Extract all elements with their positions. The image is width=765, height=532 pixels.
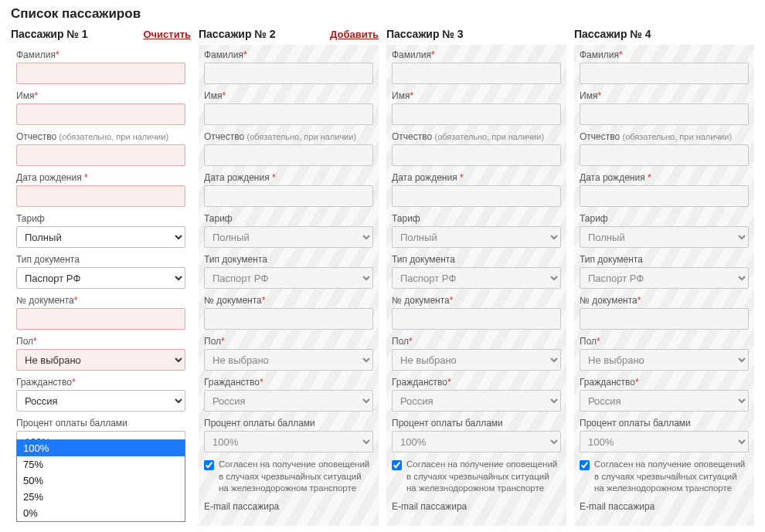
sex-select[interactable]: Не выбрано — [16, 349, 185, 371]
sex-label: Пол* — [580, 336, 749, 347]
points-pct-label: Процент оплаты баллами — [16, 418, 185, 429]
patronymic-input[interactable] — [16, 144, 185, 166]
doc-type-label: Тип документа — [392, 254, 561, 265]
surname-input[interactable] — [204, 63, 373, 84]
name-input[interactable] — [392, 103, 561, 125]
name-label: Имя* — [16, 90, 185, 101]
passenger-card: Фамилия* Имя* Отчество (обязательно, при… — [574, 45, 754, 526]
doc-num-label: № документа* — [16, 295, 185, 306]
passenger-header: Пассажир № 3 — [386, 26, 566, 45]
dob-input[interactable] — [392, 185, 561, 207]
points-pct-option[interactable]: 50% — [17, 473, 185, 489]
points-pct-listbox[interactable]: 100%75%50%25%0% — [16, 439, 185, 522]
dob-input[interactable] — [580, 185, 749, 207]
consent-text: Согласен на получение оповещений в случа… — [594, 459, 749, 495]
consent-row: Согласен на получение оповещений в случа… — [580, 459, 749, 495]
passenger-title: Пассажир № 4 — [574, 28, 651, 40]
email-label: E-mail пассажира — [204, 501, 373, 512]
doc-num-label: № документа* — [580, 295, 749, 306]
doc-type-select[interactable]: Паспорт РФ — [580, 267, 749, 289]
doc-type-label: Тип документа — [580, 254, 749, 265]
passenger-list-heading: Список пассажиров — [11, 6, 754, 22]
passenger-header: Пассажир № 4 — [574, 26, 754, 45]
citizenship-select[interactable]: Россия — [392, 390, 561, 412]
points-pct-option[interactable]: 0% — [17, 505, 185, 521]
name-input[interactable] — [16, 103, 185, 125]
points-pct-label: Процент оплаты баллами — [392, 418, 561, 429]
surname-input[interactable] — [392, 63, 561, 84]
surname-label: Фамилия* — [392, 49, 561, 60]
name-label: Имя* — [580, 90, 749, 101]
tariff-select[interactable]: Полный — [580, 226, 749, 248]
patronymic-input[interactable] — [392, 144, 561, 166]
consent-checkbox[interactable] — [204, 460, 214, 470]
points-pct-select[interactable]: 100% — [392, 431, 561, 452]
dob-input[interactable] — [204, 185, 373, 207]
points-pct-field: Процент оплаты баллами 100% — [392, 418, 561, 452]
patronymic-input[interactable] — [204, 144, 373, 166]
passenger-header: Пассажир № 1 Очистить — [11, 26, 191, 45]
tariff-label: Тариф — [392, 213, 561, 224]
sex-select[interactable]: Не выбрано — [204, 349, 373, 371]
surname-label: Фамилия* — [204, 49, 373, 60]
tariff-select[interactable]: Полный — [204, 226, 373, 248]
citizenship-label: Гражданство* — [16, 377, 185, 388]
patronymic-label: Отчество (обязательно, при наличии) — [580, 131, 749, 142]
consent-row: Согласен на получение оповещений в случа… — [392, 459, 561, 495]
passenger-header: Пассажир № 2 Добавить — [199, 26, 379, 45]
passenger-card: Фамилия* Имя* Отчество (обязательно, при… — [11, 45, 191, 483]
points-pct-select[interactable]: 100% — [580, 431, 749, 452]
passenger-card: Фамилия* Имя* Отчество (обязательно, при… — [199, 45, 379, 526]
tariff-select[interactable]: Полный — [16, 226, 185, 248]
doc-num-input[interactable] — [392, 308, 561, 330]
points-pct-field: Процент оплаты баллами 100% — [580, 418, 749, 452]
surname-input[interactable] — [16, 63, 185, 84]
consent-checkbox[interactable] — [580, 460, 590, 470]
name-input[interactable] — [580, 103, 749, 125]
points-pct-option[interactable]: 75% — [17, 456, 185, 473]
name-input[interactable] — [204, 103, 373, 125]
consent-text: Согласен на получение оповещений в случа… — [219, 459, 373, 495]
doc-num-input[interactable] — [204, 308, 373, 330]
email-label: E-mail пассажира — [392, 501, 561, 512]
consent-checkbox[interactable] — [392, 460, 402, 470]
sex-select[interactable]: Не выбрано — [392, 349, 561, 371]
doc-type-select[interactable]: Паспорт РФ — [204, 267, 373, 289]
doc-type-label: Тип документа — [204, 254, 373, 265]
doc-num-input[interactable] — [580, 308, 749, 330]
citizenship-select[interactable]: Россия — [16, 390, 185, 412]
dob-label: Дата рождения * — [580, 172, 749, 183]
passenger-action-link[interactable]: Очистить — [143, 29, 191, 40]
sex-select[interactable]: Не выбрано — [580, 349, 749, 371]
tariff-label: Тариф — [580, 213, 749, 224]
tariff-label: Тариф — [204, 213, 373, 224]
patronymic-input[interactable] — [580, 144, 749, 166]
citizenship-select[interactable]: Россия — [204, 390, 373, 412]
dob-label: Дата рождения * — [392, 172, 561, 183]
citizenship-label: Гражданство* — [392, 377, 561, 388]
doc-num-input[interactable] — [16, 308, 185, 330]
points-pct-field: Процент оплаты баллами 100% — [204, 418, 373, 452]
doc-type-select[interactable]: Паспорт РФ — [16, 267, 185, 289]
dob-label: Дата рождения * — [16, 172, 185, 183]
doc-type-label: Тип документа — [16, 254, 185, 265]
tariff-select[interactable]: Полный — [392, 226, 561, 248]
passenger-action-link[interactable]: Добавить — [330, 29, 379, 40]
surname-input[interactable] — [580, 63, 749, 84]
points-pct-option[interactable]: 100% — [17, 440, 185, 456]
name-label: Имя* — [392, 90, 561, 101]
tariff-label: Тариф — [16, 213, 185, 224]
email-label: E-mail пассажира — [580, 501, 749, 512]
name-label: Имя* — [204, 90, 373, 101]
points-pct-option[interactable]: 25% — [17, 489, 185, 505]
patronymic-label: Отчество (обязательно, при наличии) — [392, 131, 561, 142]
points-pct-label: Процент оплаты баллами — [580, 418, 749, 429]
doc-type-select[interactable]: Паспорт РФ — [392, 267, 561, 289]
points-pct-select[interactable]: 100% — [204, 431, 373, 452]
sex-label: Пол* — [204, 336, 373, 347]
passenger-card: Фамилия* Имя* Отчество (обязательно, при… — [386, 45, 566, 526]
citizenship-select[interactable]: Россия — [580, 390, 749, 412]
dob-input[interactable] — [16, 185, 185, 207]
consent-text: Согласен на получение оповещений в случа… — [406, 459, 561, 495]
doc-num-label: № документа* — [392, 295, 561, 306]
